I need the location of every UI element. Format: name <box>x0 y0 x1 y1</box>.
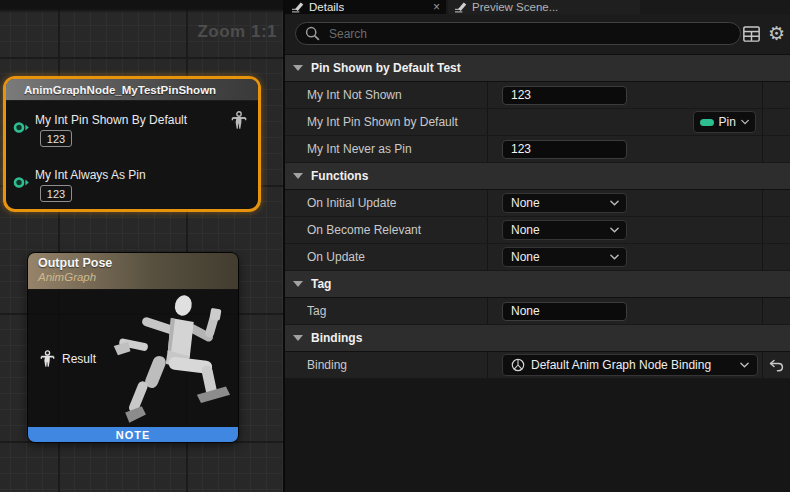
graph-top-shadow <box>0 0 283 13</box>
property-row-my-int-never-as-pin: My Int Never as Pin <box>285 136 790 163</box>
dropdown-value: None <box>511 250 610 264</box>
category-functions[interactable]: Functions <box>285 163 790 190</box>
zoom-level-indicator: Zoom 1:1 <box>197 22 277 42</box>
output-pose-body: Result <box>28 290 238 425</box>
binding-dropdown[interactable]: Default Anim Graph Node Binding <box>502 354 758 376</box>
property-list: Pin Shown by Default Test My Int Not Sho… <box>285 55 790 492</box>
result-pin-label: Result <box>62 352 96 366</box>
int-pin-icon[interactable] <box>13 176 30 189</box>
property-label: My Int Pin Shown by Default <box>285 109 488 135</box>
note-banner-label: NOTE <box>116 429 151 441</box>
int-pin-icon[interactable] <box>13 121 30 134</box>
property-label: On Update <box>285 244 488 270</box>
search-icon <box>305 26 320 41</box>
close-tab-icon[interactable]: × <box>433 2 440 12</box>
property-label: My Int Not Shown <box>285 82 488 108</box>
property-label: On Become Relevant <box>285 217 488 243</box>
pin-dropdown-value: Pin <box>719 115 736 129</box>
property-label: Binding <box>285 352 488 378</box>
property-label: My Int Never as Pin <box>285 136 488 162</box>
property-label: On Initial Update <box>285 190 488 216</box>
result-pose-pin[interactable]: Result <box>40 350 96 368</box>
expander-arrow-icon <box>293 173 303 179</box>
pin-visibility-dropdown[interactable]: Pin <box>693 111 756 133</box>
on-initial-update-dropdown[interactable]: None <box>502 193 627 213</box>
row-gutter <box>763 190 790 216</box>
pin-default-value-input[interactable] <box>40 130 72 147</box>
my-int-not-shown-input[interactable] <box>502 86 627 105</box>
property-row-on-become-relevant: On Become Relevant None <box>285 217 790 244</box>
tag-input[interactable] <box>502 302 627 321</box>
details-tab-icon <box>291 2 304 13</box>
property-row-binding: Binding Default Anim Graph Node Binding <box>285 352 790 379</box>
note-banner[interactable]: NOTE <box>28 427 238 442</box>
output-pose-title: Output Pose <box>38 256 238 270</box>
tab-label: Preview Scene... <box>472 1 558 13</box>
details-toolbar: ⚙ <box>285 14 790 55</box>
property-row-my-int-pin-shown-by-default: My Int Pin Shown by Default Pin <box>285 109 790 136</box>
property-row-on-update: On Update None <box>285 244 790 271</box>
settings-gear-icon[interactable]: ⚙ <box>768 25 785 43</box>
property-label: Tag <box>285 298 488 324</box>
output-pose-node[interactable]: Output Pose AnimGraph <box>27 252 239 443</box>
chevron-down-icon <box>741 119 749 125</box>
display-filter-icon[interactable] <box>743 26 760 42</box>
node-pin-row: My Int Pin Shown By Default <box>6 101 258 147</box>
pin-label: My Int Pin Shown By Default <box>35 114 187 127</box>
pin-default-value-input[interactable] <box>40 185 72 202</box>
search-input[interactable] <box>327 26 711 42</box>
output-pose-header[interactable]: Output Pose AnimGraph <box>28 253 238 290</box>
running-mannequin-image <box>110 292 238 425</box>
row-gutter <box>763 244 790 270</box>
category-title: Pin Shown by Default Test <box>311 61 461 75</box>
anim-graph-canvas[interactable]: Zoom 1:1 AnimGraphNode_MyTestPinShown My… <box>0 0 283 492</box>
search-box[interactable] <box>295 22 741 45</box>
category-pin-shown-by-default-test[interactable]: Pin Shown by Default Test <box>285 55 790 82</box>
tab-details[interactable]: Details × <box>285 0 446 14</box>
category-title: Functions <box>311 169 368 183</box>
row-gutter <box>763 109 790 135</box>
chevron-down-icon <box>740 362 749 368</box>
category-bindings[interactable]: Bindings <box>285 325 790 352</box>
node-header[interactable]: AnimGraphNode_MyTestPinShown <box>6 79 258 101</box>
reset-to-default-icon[interactable] <box>769 359 784 372</box>
details-empty-area <box>285 379 790 492</box>
category-title: Tag <box>311 277 331 291</box>
row-gutter <box>763 217 790 243</box>
chevron-down-icon <box>610 254 619 260</box>
pose-pin-icon <box>40 350 55 368</box>
property-row-on-initial-update: On Initial Update None <box>285 190 790 217</box>
dropdown-value: None <box>511 196 610 210</box>
details-panel: Details × Preview Scene... <box>283 0 790 492</box>
pose-output-pin-icon[interactable] <box>231 111 247 130</box>
category-tag[interactable]: Tag <box>285 271 790 298</box>
output-pose-subtitle: AnimGraph <box>38 271 238 283</box>
on-update-dropdown[interactable]: None <box>502 247 627 267</box>
panel-tab-bar: Details × Preview Scene... <box>285 0 790 14</box>
expander-arrow-icon <box>293 281 303 287</box>
binding-value: Default Anim Graph Node Binding <box>531 358 734 372</box>
expander-arrow-icon <box>293 65 303 71</box>
binding-class-icon <box>511 358 525 372</box>
dropdown-value: None <box>511 223 610 237</box>
property-row-tag: Tag <box>285 298 790 325</box>
pin-state-icon <box>700 119 714 126</box>
category-title: Bindings <box>311 331 362 345</box>
tab-preview-scene[interactable]: Preview Scene... <box>448 0 640 14</box>
preview-scene-tab-icon <box>454 2 467 13</box>
property-row-my-int-not-shown: My Int Not Shown <box>285 82 790 109</box>
tab-label: Details <box>309 1 344 13</box>
chevron-down-icon <box>610 227 619 233</box>
node-title: AnimGraphNode_MyTestPinShown <box>6 84 216 96</box>
row-gutter <box>763 298 790 324</box>
pin-label: My Int Always As Pin <box>35 169 146 182</box>
row-gutter <box>763 82 790 108</box>
anim-graph-node-mytestpinshown[interactable]: AnimGraphNode_MyTestPinShown My Int Pin … <box>3 76 261 212</box>
my-int-never-as-pin-input[interactable] <box>502 140 627 159</box>
on-become-relevant-dropdown[interactable]: None <box>502 220 627 240</box>
node-pin-row: My Int Always As Pin <box>6 147 258 202</box>
chevron-down-icon <box>610 200 619 206</box>
expander-arrow-icon <box>293 335 303 341</box>
row-gutter <box>763 136 790 162</box>
